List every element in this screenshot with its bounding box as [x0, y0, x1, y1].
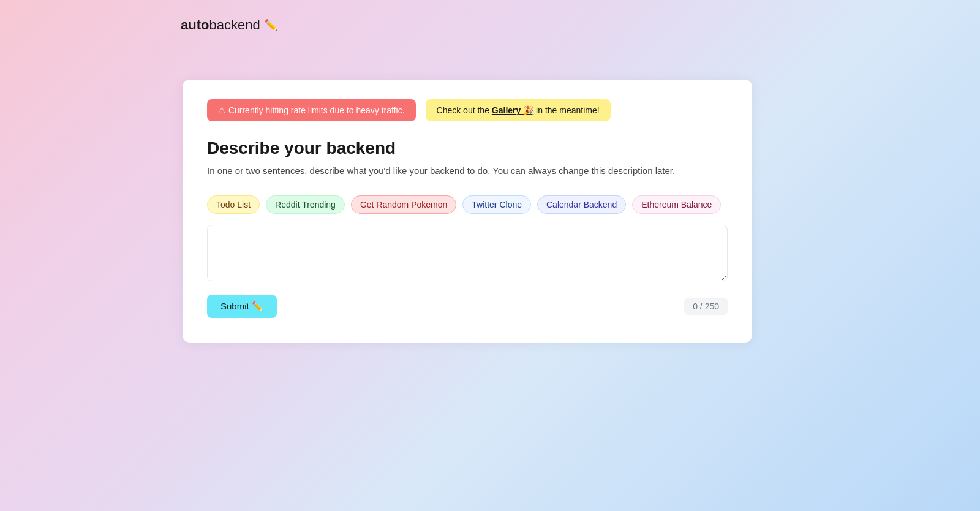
suggestion-todo-list[interactable]: Todo List	[207, 195, 260, 214]
page-description: In one or two sentences, describe what y…	[207, 164, 728, 178]
suggestion-get-random-pokemon[interactable]: Get Random Pokemon	[351, 195, 456, 214]
suggestion-reddit-trending[interactable]: Reddit Trending	[266, 195, 345, 214]
description-textarea[interactable]	[207, 225, 728, 281]
suggestions-row: Todo List Reddit Trending Get Random Pok…	[207, 195, 728, 214]
suggestion-twitter-clone[interactable]: Twitter Clone	[462, 195, 531, 214]
gallery-alert[interactable]: Check out the Gallery 🎉 in the meantime!	[426, 99, 611, 121]
char-counter: 0 / 250	[684, 298, 728, 315]
alert-yellow-suffix: in the meantime!	[533, 105, 599, 115]
alert-row: ⚠ Currently hitting rate limits due to h…	[207, 99, 728, 121]
gallery-link[interactable]: Gallery 🎉	[492, 105, 533, 115]
rate-limit-alert: ⚠ Currently hitting rate limits due to h…	[207, 99, 416, 121]
logo-backend: backend	[209, 17, 260, 33]
footer-row: Submit ✏️ 0 / 250	[207, 295, 728, 318]
alert-yellow-prefix: Check out the	[437, 105, 492, 115]
submit-button[interactable]: Submit ✏️	[207, 295, 277, 318]
suggestion-calendar-backend[interactable]: Calendar Backend	[537, 195, 626, 214]
pencil-icon: ✏️	[264, 18, 277, 32]
main-card: ⚠ Currently hitting rate limits due to h…	[183, 80, 752, 343]
alert-red-text: ⚠ Currently hitting rate limits due to h…	[218, 105, 405, 115]
page-title: Describe your backend	[207, 138, 728, 158]
logo-auto: auto	[181, 17, 209, 33]
suggestion-ethereum-balance[interactable]: Ethereum Balance	[632, 195, 721, 214]
header: auto backend ✏️	[181, 17, 277, 33]
